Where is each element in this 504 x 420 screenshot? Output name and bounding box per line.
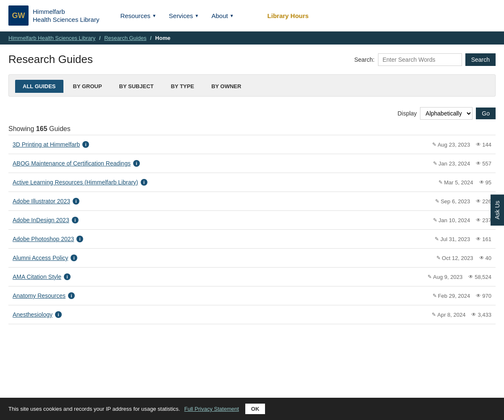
table-row: Alumni Access Policyi✎ Oct 12, 2023👁 40 [8, 249, 496, 268]
eye-icon: 👁 [471, 312, 476, 318]
tab-by-group[interactable]: BY GROUP [66, 80, 110, 93]
main-nav: Resources ▼ Services ▼ About ▼ Library H… [116, 10, 496, 21]
guide-link[interactable]: 3D Printing at Himmelfarb [13, 141, 80, 148]
info-icon[interactable]: i [82, 141, 89, 148]
tab-by-subject[interactable]: BY SUBJECT [112, 80, 161, 93]
info-icon[interactable]: i [73, 198, 79, 205]
eye-icon: 👁 [468, 274, 473, 280]
eye-icon: 👁 [476, 236, 481, 242]
nav-services[interactable]: Services ▼ [165, 10, 203, 21]
guide-link[interactable]: Anesthesiology [13, 311, 52, 318]
guide-left-2: Active Learning Resources (Himmelfarb Li… [13, 179, 147, 186]
guides-count-number: 165 [36, 125, 47, 132]
eye-icon: 👁 [479, 179, 484, 185]
guide-views: 👁 226 [476, 198, 491, 205]
resources-dropdown-arrow: ▼ [152, 13, 156, 18]
eye-icon: 👁 [476, 142, 481, 147]
edit-icon: ✎ [432, 142, 436, 147]
guide-date: ✎ Mar 5, 2024 [438, 179, 473, 186]
info-icon[interactable]: i [55, 311, 62, 318]
page-title-area: Research Guides Search: Search [0, 45, 504, 70]
table-row: Anesthesiologyi✎ Apr 8, 2024👁 3,433 [8, 305, 496, 324]
guide-right-2: ✎ Mar 5, 2024👁 95 [438, 179, 491, 186]
search-area: Search: Search [354, 53, 496, 66]
info-icon[interactable]: i [141, 179, 147, 186]
guide-link[interactable]: Adobe InDesign 2023 [13, 217, 69, 223]
eye-icon: 👁 [476, 198, 481, 204]
guide-views: 👁 161 [476, 236, 491, 242]
info-icon[interactable]: i [72, 217, 79, 223]
table-row: AMA Citation Stylei✎ Aug 9, 2023👁 58,524 [8, 268, 496, 286]
eye-icon: 👁 [476, 293, 481, 299]
guide-date: ✎ Aug 9, 2023 [428, 274, 462, 280]
guide-views: 👁 970 [476, 293, 491, 299]
site-header: GW Himmelfarb Health Sciences Library Re… [0, 0, 504, 32]
guide-right-6: ✎ Oct 12, 2023👁 40 [436, 255, 491, 261]
guide-link[interactable]: Adobe Illustrator 2023 [13, 198, 70, 205]
guide-date: ✎ Jan 10, 2024 [433, 217, 470, 223]
breadcrumb-current: Home [155, 35, 171, 41]
tabs: ALL GUIDESBY GROUPBY SUBJECTBY TYPEBY OW… [15, 80, 489, 93]
eye-icon: 👁 [479, 255, 484, 261]
guide-left-5: Adobe Photoshop 2023i [13, 236, 83, 242]
info-icon[interactable]: i [76, 236, 83, 242]
page-title: Research Guides [8, 53, 93, 66]
guide-link[interactable]: ABOG Maintenance of Certification Readin… [13, 160, 131, 167]
guides-count: Showing 165 Guides [0, 122, 504, 135]
info-icon[interactable]: i [68, 292, 75, 299]
tab-by-type[interactable]: BY TYPE [163, 80, 202, 93]
guide-views: 👁 237 [476, 217, 491, 223]
nav-resources[interactable]: Resources ▼ [116, 10, 160, 21]
edit-icon: ✎ [438, 179, 443, 185]
tab-all-guides[interactable]: ALL GUIDES [15, 80, 63, 93]
guide-left-8: Anatomy Resourcesi [13, 292, 75, 299]
info-icon[interactable]: i [71, 255, 77, 261]
guide-date: ✎ Jul 31, 2023 [435, 236, 470, 242]
guide-link[interactable]: Active Learning Resources (Himmelfarb Li… [13, 179, 138, 186]
display-select[interactable]: AlphabeticallyBy DateBy Views [420, 107, 472, 120]
eye-icon: 👁 [476, 160, 481, 166]
guide-right-0: ✎ Aug 23, 2023👁 144 [432, 142, 491, 148]
info-icon[interactable]: i [133, 160, 140, 167]
breadcrumb-sep1: / [99, 35, 101, 41]
guide-right-5: ✎ Jul 31, 2023👁 161 [435, 236, 491, 242]
guide-right-8: ✎ Feb 29, 2024👁 970 [433, 293, 491, 299]
edit-icon: ✎ [435, 236, 439, 242]
edit-icon: ✎ [436, 255, 441, 261]
guide-right-7: ✎ Aug 9, 2023👁 58,524 [428, 274, 491, 280]
breadcrumb-guides-link[interactable]: Research Guides [104, 35, 146, 41]
eye-icon: 👁 [476, 217, 481, 223]
go-button[interactable]: Go [476, 108, 496, 119]
library-name: Himmelfarb Health Sciences Library [33, 8, 99, 24]
guide-list: 3D Printing at Himmelfarbi✎ Aug 23, 2023… [8, 135, 496, 324]
about-dropdown-arrow: ▼ [230, 13, 234, 18]
breadcrumb-home-link[interactable]: Himmelfarb Health Sciences Library [8, 35, 95, 41]
info-icon[interactable]: i [64, 273, 71, 280]
table-row: Anatomy Resourcesi✎ Feb 29, 2024👁 970 [8, 286, 496, 305]
guide-date: ✎ Apr 8, 2024 [432, 312, 465, 318]
guide-date: ✎ Jan 23, 2024 [433, 160, 470, 167]
guides-count-suffix: Guides [47, 125, 71, 132]
search-button[interactable]: Search [465, 53, 496, 66]
guide-link[interactable]: Adobe Photoshop 2023 [13, 236, 74, 242]
guide-right-9: ✎ Apr 8, 2024👁 3,433 [432, 312, 491, 318]
guide-views: 👁 58,524 [468, 274, 491, 280]
ask-us-button[interactable]: Ask Us [491, 194, 504, 226]
tabs-container: ALL GUIDESBY GROUPBY SUBJECTBY TYPEBY OW… [8, 74, 496, 97]
guide-link[interactable]: Alumni Access Policy [13, 255, 68, 261]
guide-link[interactable]: Anatomy Resources [13, 292, 66, 299]
search-input[interactable] [378, 53, 462, 66]
guide-link[interactable]: AMA Citation Style [13, 273, 61, 280]
gw-logo: GW [8, 5, 29, 26]
guide-left-7: AMA Citation Stylei [13, 273, 71, 280]
services-dropdown-arrow: ▼ [195, 13, 199, 18]
guide-views: 👁 557 [476, 160, 491, 167]
nav-about[interactable]: About ▼ [207, 10, 238, 21]
table-row: Adobe InDesign 2023i✎ Jan 10, 2024👁 237 [8, 211, 496, 230]
guide-date: ✎ Aug 23, 2023 [432, 142, 470, 148]
tab-by-owner[interactable]: BY OWNER [204, 80, 249, 93]
edit-icon: ✎ [433, 293, 437, 299]
library-hours-link[interactable]: Library Hours [268, 12, 309, 19]
guide-date: ✎ Oct 12, 2023 [436, 255, 473, 261]
table-row: Adobe Photoshop 2023i✎ Jul 31, 2023👁 161 [8, 230, 496, 249]
